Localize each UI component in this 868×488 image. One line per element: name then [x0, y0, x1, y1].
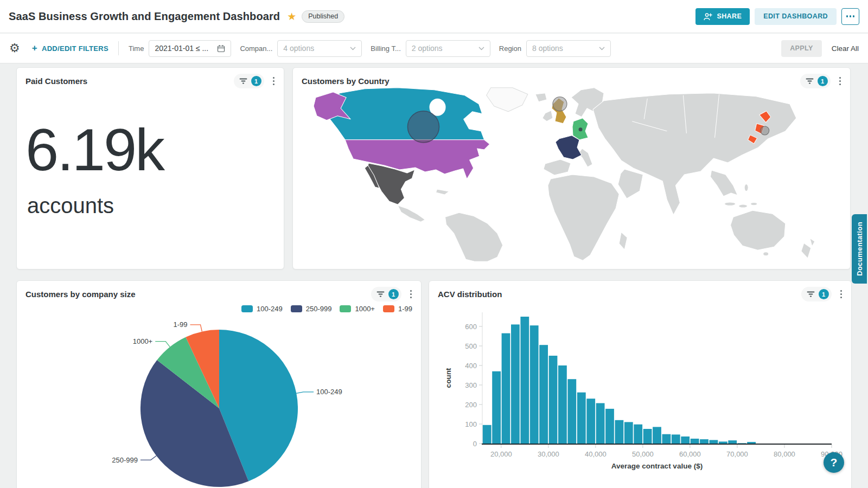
histogram-bar[interactable]	[520, 317, 529, 444]
histogram-bar[interactable]	[567, 379, 576, 444]
funnel-filter-icon	[239, 78, 247, 85]
histogram-bar[interactable]	[719, 441, 727, 444]
histogram-bar[interactable]	[530, 325, 539, 444]
filter-settings-gear-icon[interactable]: ⚙	[9, 41, 20, 55]
company-filter-select[interactable]: 4 options	[277, 40, 362, 57]
clear-all-button[interactable]: Clear All	[832, 44, 859, 53]
apply-button[interactable]: APPLY	[781, 40, 822, 57]
histogram-bar[interactable]	[605, 409, 614, 444]
pie-label-line	[155, 342, 170, 347]
histogram-bar[interactable]	[634, 425, 642, 444]
histogram-bar[interactable]	[624, 422, 633, 444]
bubble-japan[interactable]	[761, 126, 769, 135]
edit-dashboard-button[interactable]: EDIT DASHBOARD	[755, 8, 837, 25]
bubble-united-states[interactable]	[407, 111, 439, 143]
x-tick-label: 40,000	[585, 450, 607, 458]
widget-filter-chip[interactable]: 1	[234, 74, 264, 88]
kpi-unit-label: accounts	[27, 194, 114, 218]
histogram-bar[interactable]	[672, 434, 680, 444]
histogram-bar[interactable]	[643, 429, 652, 444]
histogram-chart[interactable]: 010020030040050060020,00030,00040,00050,…	[429, 296, 851, 488]
bubble-united-kingdom[interactable]	[553, 97, 567, 111]
share-person-icon	[704, 12, 712, 21]
panel-title: Customers by Country	[302, 76, 800, 86]
x-tick-label: 60,000	[679, 450, 701, 458]
land-arabia	[618, 169, 643, 198]
x-tick-label: 20,000	[490, 450, 512, 458]
panel-paid-customers: Paid Customers 1 6.19k accounts	[16, 67, 284, 269]
favorite-star-icon[interactable]: ★	[287, 11, 296, 22]
land-south-america	[445, 213, 503, 261]
histogram-bar[interactable]	[738, 443, 746, 444]
documentation-tab[interactable]: Documentation	[852, 214, 867, 284]
y-tick-label: 600	[465, 323, 477, 331]
panel-customers-by-company-size: Customers by company size 1 100-249250-9…	[16, 280, 422, 488]
histogram-bar[interactable]	[577, 393, 586, 444]
world-map-chart[interactable]	[299, 87, 845, 262]
land-caribbean	[436, 189, 449, 195]
histogram-bar[interactable]	[728, 440, 737, 444]
pie-chart[interactable]: 100-249250-9991000+1-99	[17, 297, 422, 488]
land-philippines	[744, 184, 748, 191]
y-tick-label: 200	[465, 401, 477, 409]
land-ireland	[542, 111, 553, 121]
x-tick-label: 50,000	[632, 450, 654, 458]
y-tick-label: 400	[465, 362, 477, 370]
land-greenland	[487, 88, 528, 112]
widget-menu-kebab[interactable]	[838, 75, 843, 88]
help-button[interactable]: ?	[824, 452, 844, 473]
land-italy	[578, 149, 592, 167]
top-header-bar: SaaS Business Growth and Engagement Dash…	[0, 0, 868, 33]
funnel-filter-icon	[806, 78, 814, 85]
land-new-zealand	[801, 243, 811, 258]
page-title: SaaS Business Growth and Engagement Dash…	[9, 10, 280, 23]
divider	[118, 41, 119, 55]
histogram-bar[interactable]	[615, 420, 624, 444]
chevron-down-icon	[350, 47, 356, 50]
region-filter-label: Region	[499, 44, 521, 53]
pie-label-line	[296, 392, 314, 394]
filter-count-badge: 1	[251, 76, 261, 86]
x-tick-label: 80,000	[774, 450, 795, 458]
y-tick-label: 300	[465, 381, 477, 389]
histogram-bar[interactable]	[549, 356, 558, 444]
kpi-value: 6.19k	[25, 117, 163, 182]
share-button[interactable]: SHARE	[695, 8, 750, 25]
bubble-germany[interactable]	[579, 127, 583, 131]
pie-label-line	[141, 455, 156, 460]
dot-icon	[846, 15, 848, 17]
time-filter-label: Time	[129, 44, 144, 53]
histogram-bar[interactable]	[558, 365, 567, 444]
panel-title: Paid Customers	[25, 76, 234, 86]
histogram-bar[interactable]	[483, 425, 492, 444]
widget-menu-kebab[interactable]	[271, 75, 277, 88]
more-options-button[interactable]	[841, 8, 859, 25]
add-edit-filters-button[interactable]: + ADD/EDIT FILTERS	[32, 43, 108, 54]
plus-icon: +	[32, 43, 37, 54]
histogram-bar[interactable]	[662, 434, 671, 444]
country-france[interactable]	[556, 136, 582, 159]
histogram-bar[interactable]	[511, 324, 520, 444]
country-canada[interactable]	[323, 88, 484, 140]
y-tick-label: 100	[465, 420, 477, 428]
histogram-bar[interactable]	[700, 439, 709, 444]
pie-slice-label: 1-99	[174, 320, 188, 329]
country-united-states[interactable]	[345, 140, 490, 179]
x-axis-title: Average contract value ($)	[611, 462, 703, 470]
histogram-bar[interactable]	[691, 439, 699, 444]
billing-filter-select[interactable]: 2 options	[406, 40, 490, 57]
histogram-bar[interactable]	[596, 403, 605, 444]
histogram-bar[interactable]	[653, 427, 661, 444]
region-filter-select[interactable]: 8 options	[526, 40, 611, 57]
time-filter-input[interactable]: 2021-01-01 ≤ ...	[149, 40, 231, 57]
land-tasmania	[763, 252, 769, 256]
histogram-bar[interactable]	[586, 399, 595, 444]
histogram-bar[interactable]	[539, 345, 548, 444]
histogram-bar[interactable]	[710, 440, 718, 444]
widget-filter-chip[interactable]: 1	[800, 74, 831, 88]
histogram-bar[interactable]	[681, 436, 690, 444]
histogram-bar[interactable]	[502, 333, 510, 444]
calendar-icon	[217, 44, 225, 53]
histogram-bar[interactable]	[492, 371, 501, 444]
histogram-bar[interactable]	[747, 442, 756, 444]
